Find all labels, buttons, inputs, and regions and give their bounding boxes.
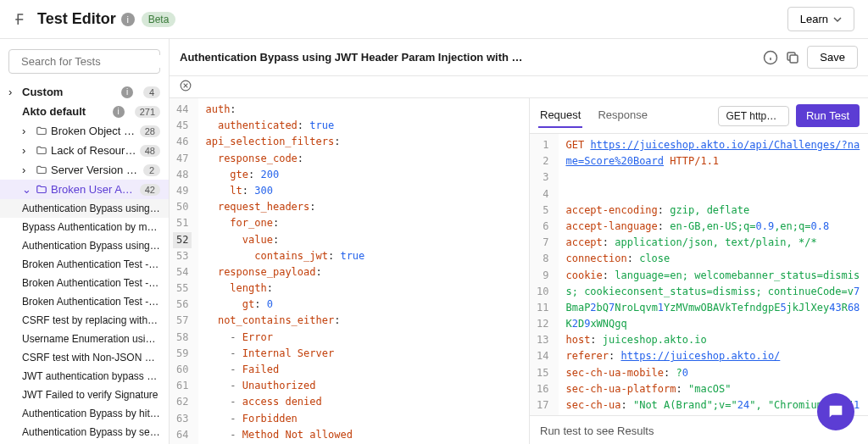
test-item[interactable]: JWT authentication bypass via jk… — [0, 367, 169, 386]
learn-label: Learn — [800, 13, 828, 25]
folder-icon — [36, 184, 47, 196]
folder-icon — [36, 145, 47, 157]
info-icon[interactable] — [763, 50, 778, 65]
folder-icon — [36, 164, 47, 176]
search-input-wrapper[interactable] — [8, 49, 160, 74]
back-icon[interactable] — [14, 12, 29, 27]
folder-item[interactable]: ⌄Broken User Authentic…42 — [0, 180, 169, 199]
chat-icon — [826, 402, 845, 421]
run-test-button[interactable]: Run Test — [796, 104, 860, 127]
tab-response[interactable]: Response — [596, 103, 649, 128]
svg-rect-2 — [790, 55, 798, 63]
info-icon: i — [121, 86, 133, 98]
url-selector[interactable]: GET https://juiceshop.akto.io… — [718, 106, 788, 126]
close-icon[interactable] — [180, 80, 192, 92]
save-button[interactable]: Save — [807, 46, 858, 69]
info-icon[interactable]: i — [121, 13, 135, 26]
test-item[interactable]: Broken Authentication Test - User… — [0, 255, 169, 274]
info-icon: i — [113, 106, 125, 118]
test-item[interactable]: Broken Authentication Test - User… — [0, 292, 169, 311]
test-item[interactable]: Broken Authentication Test - User… — [0, 274, 169, 292]
learn-button[interactable]: Learn — [787, 7, 854, 31]
test-item[interactable]: Authentication Bypass by hitting … — [0, 404, 169, 423]
test-title: Authentication Bypass using JWT Header P… — [180, 51, 756, 64]
test-item[interactable]: CSRF test by replacing with invali… — [0, 311, 169, 330]
tree-akto[interactable]: Akto default i 271 — [0, 102, 169, 121]
search-input[interactable] — [21, 55, 164, 68]
request-editor[interactable]: 12345678910111213141516171819 GET https:… — [530, 134, 868, 415]
copy-icon[interactable] — [785, 50, 800, 65]
beta-badge: Beta — [142, 12, 176, 27]
test-item[interactable]: Bypass Authentication by modifyi… — [0, 218, 169, 236]
chat-button[interactable] — [817, 393, 854, 430]
results-placeholder: Run test to see Results — [530, 415, 868, 444]
folder-item[interactable]: ›Lack of Resources & R…48 — [0, 141, 169, 160]
tab-request[interactable]: Request — [538, 103, 582, 128]
test-item[interactable]: Authentication Bypass using JWT… — [0, 236, 169, 255]
yaml-editor[interactable]: 4445464748495051525354555657585960616263… — [170, 98, 529, 444]
test-item[interactable]: Authentication Bypass using J… — [0, 199, 169, 218]
chevron-down-icon — [833, 15, 842, 24]
test-item[interactable]: CSRF test with Non-JSON Querie… — [0, 348, 169, 367]
test-item[interactable]: Authentication Bypass by sendin… — [0, 423, 169, 441]
test-item[interactable]: Username Enumeration using Re… — [0, 330, 169, 348]
folder-item[interactable]: ›Server Version Disclosur…2 — [0, 160, 169, 180]
sidebar: › Custom i 4 Akto default i 271 ›Broken … — [0, 39, 170, 444]
folder-icon — [36, 125, 47, 137]
folder-item[interactable]: ›Broken Object Level Au…28 — [0, 121, 169, 141]
tree-custom[interactable]: › Custom i 4 — [0, 82, 169, 102]
page-title: Test Editor — [37, 10, 116, 28]
test-item[interactable]: JWT Failed to verify Signature — [0, 386, 169, 404]
